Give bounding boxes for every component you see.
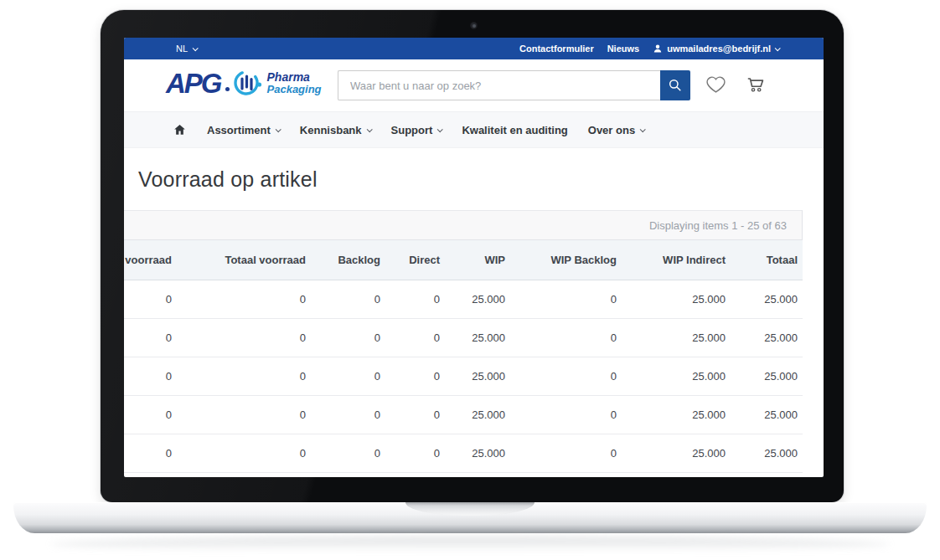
table-cell: 25.000	[448, 280, 514, 318]
table-cell: 0	[314, 434, 389, 472]
table-cell: 0	[180, 434, 314, 472]
table-cell: 0	[514, 318, 625, 357]
table-row: 000025.000025.00025.000	[124, 434, 803, 472]
col-wip: WIP	[448, 240, 514, 280]
nav-label: Kennisbank	[300, 124, 362, 136]
table-row: 000025.000025.00025.000	[124, 280, 803, 318]
wishlist-button[interactable]	[705, 74, 727, 99]
table-cell: 25.000	[625, 318, 734, 357]
table-cell: 0	[124, 357, 180, 395]
webcam	[470, 22, 478, 29]
language-label: NL	[176, 44, 188, 54]
table-cell: 25.000	[734, 395, 803, 434]
table-cell: 25.000	[448, 434, 514, 472]
table-cell: 0	[514, 395, 625, 434]
chevron-down-icon	[775, 45, 781, 51]
nav-item-support[interactable]: Support	[391, 124, 442, 136]
dna-logo-icon	[231, 67, 263, 99]
table-cell: 0	[314, 357, 389, 395]
table-cell: 0	[389, 434, 448, 472]
table-cell: 0	[124, 434, 180, 472]
table-cell: 0	[180, 280, 314, 318]
table-cell: 25.000	[734, 280, 803, 318]
col-wip-backlog: WIP Backlog	[514, 240, 625, 280]
table-cell: 0	[514, 280, 625, 318]
table-cell: 25.000	[625, 357, 734, 395]
chevron-down-icon	[193, 45, 199, 51]
logo-acronym: APG	[166, 69, 221, 97]
nav-label: Over ons	[588, 124, 635, 136]
table-cell: 0	[389, 318, 448, 357]
col-backlog: Backlog	[314, 240, 389, 280]
chevron-down-icon	[366, 126, 372, 132]
table-cell: 0	[514, 434, 625, 472]
news-link[interactable]: Nieuws	[607, 44, 640, 54]
table-cell: 0	[124, 280, 180, 318]
site-logo[interactable]: APG Pharma Packaging	[166, 67, 322, 99]
stock-table-container: Displaying items 1 - 25 of 63 voorraad T…	[124, 210, 803, 473]
nav-label: Assortiment	[207, 124, 271, 136]
table-cell: 25.000	[448, 395, 514, 434]
nav-item-over-ons[interactable]: Over ons	[588, 124, 644, 136]
nav-item-kwaliteit[interactable]: Kwaliteit en auditing	[462, 124, 567, 136]
table-cell: 0	[389, 280, 448, 318]
site-header: APG Pharma Packaging	[124, 59, 824, 111]
col-totaal: Totaal	[734, 240, 803, 280]
table-cell: 0	[314, 318, 389, 357]
cart-button[interactable]	[744, 74, 767, 99]
chevron-down-icon	[437, 126, 443, 132]
search-bar	[338, 70, 690, 100]
col-direct: Direct	[389, 240, 448, 280]
account-email: uwmailadres@bedrijf.nl	[667, 44, 771, 54]
stock-table: voorraad Totaal voorraad Backlog Direct …	[124, 240, 803, 473]
logo-dot	[225, 87, 230, 91]
chevron-down-icon	[276, 126, 281, 132]
col-wip-indirect: WIP Indirect	[625, 240, 734, 280]
table-cell: 0	[314, 395, 389, 434]
laptop-reflection	[50, 537, 890, 552]
table-cell: 25.000	[625, 280, 734, 318]
table-cell: 25.000	[448, 357, 514, 395]
laptop-screen: NL Contactformulier Nieuws uwmailadres@b…	[124, 38, 824, 477]
nav-label: Support	[391, 124, 433, 136]
table-cell: 25.000	[625, 395, 734, 434]
main-nav: Assortiment Kennisbank Support Kwaliteit…	[124, 111, 824, 148]
table-cell: 0	[514, 357, 625, 395]
user-icon	[653, 44, 663, 54]
table-body: 000025.000025.00025.000000025.000025.000…	[124, 280, 803, 472]
nav-item-assortiment[interactable]: Assortiment	[207, 124, 280, 136]
chevron-down-icon	[640, 126, 646, 132]
table-cell: 0	[180, 318, 314, 357]
logo-line2: Packaging	[267, 84, 322, 95]
search-icon	[667, 77, 684, 94]
nav-item-kennisbank[interactable]: Kennisbank	[300, 124, 371, 136]
table-cell: 0	[314, 280, 389, 318]
home-icon	[173, 123, 187, 136]
table-cell: 0	[389, 395, 448, 434]
contact-link[interactable]: Contactformulier	[519, 44, 594, 54]
col-totaal-voorraad: Totaal voorraad	[180, 240, 314, 280]
cart-icon	[744, 74, 767, 95]
page-title: Voorraad op artikel	[138, 167, 824, 192]
account-menu[interactable]: uwmailadres@bedrijf.nl	[653, 44, 779, 54]
logo-line1: Pharma	[267, 71, 322, 84]
nav-label: Kwaliteit en auditing	[462, 124, 567, 136]
table-cell: 0	[124, 395, 180, 434]
table-row: 000025.000025.00025.000	[124, 357, 803, 395]
table-cell: 25.000	[734, 434, 803, 472]
table-cell: 0	[389, 357, 448, 395]
pagination-status: Displaying items 1 - 25 of 63	[124, 210, 802, 240]
heart-icon	[705, 74, 727, 95]
table-cell: 25.000	[734, 357, 803, 395]
table-cell: 25.000	[448, 318, 514, 357]
table-header-row: voorraad Totaal voorraad Backlog Direct …	[124, 240, 803, 280]
language-selector[interactable]: NL	[124, 44, 197, 54]
table-cell: 0	[180, 357, 314, 395]
table-cell: 25.000	[625, 434, 734, 472]
table-row: 000025.000025.00025.000	[124, 395, 803, 434]
table-cell: 0	[180, 395, 314, 434]
top-utility-bar: NL Contactformulier Nieuws uwmailadres@b…	[124, 38, 824, 59]
search-input[interactable]	[338, 70, 660, 100]
search-button[interactable]	[660, 70, 690, 100]
nav-home[interactable]	[173, 123, 187, 136]
